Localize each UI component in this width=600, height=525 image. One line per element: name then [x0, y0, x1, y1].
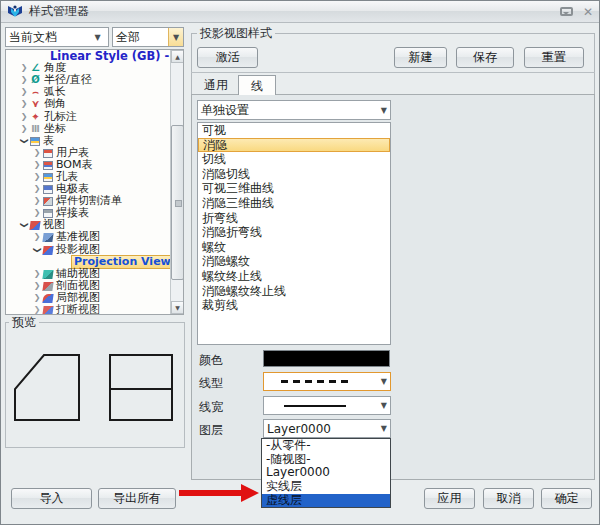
tree-item[interactable]: 弧长 — [6, 86, 170, 98]
tree-item[interactable]: 焊接表 — [6, 207, 170, 219]
layer-dropdown-item[interactable]: Layer0000 — [262, 466, 390, 480]
expand-chevron-icon[interactable] — [32, 183, 42, 195]
tab-line[interactable]: 线 — [238, 75, 276, 95]
line-list-item[interactable]: 可视三维曲线 — [198, 181, 390, 196]
layer-dropdown-item-label: -随视图- — [266, 452, 311, 466]
tree-item-icon — [57, 257, 68, 267]
tree-item[interactable]: Projection View Styl... — [6, 256, 170, 268]
tree-item[interactable]: 孔标注 — [6, 110, 170, 122]
tree-item-label: 孔标注 — [44, 111, 77, 123]
layer-dropdown-item[interactable]: 虚线层 — [262, 494, 390, 508]
linetype-combobox[interactable]: ▼ — [263, 372, 391, 391]
scroll-up-icon[interactable]: ▲ — [171, 50, 184, 63]
expand-chevron-icon[interactable] — [32, 231, 42, 243]
scrollbar-thumb[interactable] — [171, 125, 184, 280]
chevron-down-icon[interactable]: ▼ — [381, 424, 387, 433]
expand-chevron-icon[interactable] — [32, 244, 42, 256]
help-balloon-icon[interactable] — [560, 7, 573, 16]
tree-item-icon — [42, 270, 53, 279]
expand-chevron-icon[interactable] — [32, 268, 42, 280]
line-list-item[interactable]: 消隐 — [198, 138, 390, 153]
line-list-item[interactable]: 消隐折弯线 — [198, 225, 390, 240]
expand-chevron-icon[interactable] — [19, 86, 29, 98]
import-button[interactable]: 导入 — [11, 488, 92, 509]
expand-chevron-icon[interactable] — [19, 111, 29, 123]
line-list-item[interactable]: 螺纹 — [198, 240, 390, 255]
expand-chevron-icon[interactable] — [32, 147, 42, 159]
lineweight-combobox[interactable]: ▼ — [263, 396, 391, 415]
apply-button[interactable]: 应用 — [424, 488, 475, 509]
expand-chevron-icon[interactable] — [19, 62, 29, 74]
line-list-item[interactable]: 折弯线 — [198, 211, 390, 226]
color-swatch[interactable] — [263, 350, 390, 367]
ok-button[interactable]: 确定 — [541, 488, 592, 509]
chevron-down-icon[interactable]: ▼ — [168, 28, 183, 46]
line-list-item[interactable]: 裁剪线 — [198, 298, 390, 313]
expand-chevron-icon[interactable] — [19, 219, 29, 231]
close-icon[interactable]: ✕ — [583, 6, 593, 18]
tree-item[interactable]: 打断视图 — [6, 304, 170, 314]
expand-chevron-icon[interactable] — [32, 195, 42, 207]
cancel-button[interactable]: 取消 — [483, 488, 534, 509]
tree-item[interactable]: 倒角 — [6, 98, 170, 110]
layer-dropdown-item[interactable]: -随视图- — [262, 453, 390, 467]
save-button[interactable]: 保存 — [456, 47, 514, 68]
tree-item-icon — [30, 75, 41, 85]
activate-button[interactable]: 激活 — [197, 47, 258, 68]
tree-item-icon — [43, 149, 53, 158]
tree-item[interactable]: 半径/直径 — [6, 74, 170, 86]
chevron-down-icon[interactable]: ▼ — [381, 377, 387, 386]
expand-chevron-icon[interactable] — [32, 171, 42, 183]
line-list-item-label: 切线 — [202, 152, 226, 166]
tree-item-icon — [30, 99, 41, 109]
layer-value: Layer0000 — [267, 422, 331, 436]
expand-chevron-icon[interactable] — [19, 98, 29, 110]
reset-button[interactable]: 重置 — [524, 47, 584, 68]
line-list-item-label: 消隐折弯线 — [202, 225, 262, 239]
line-list-item[interactable]: 螺纹终止线 — [198, 269, 390, 284]
expand-chevron-icon[interactable] — [32, 304, 42, 314]
tab-general[interactable]: 通用 — [194, 77, 238, 94]
layer-dropdown-item[interactable]: -从零件- — [262, 439, 390, 453]
tree-item-icon — [30, 112, 41, 122]
title-bar[interactable]: 样式管理器 ✕ — [1, 1, 599, 23]
expand-chevron-icon[interactable] — [19, 74, 29, 86]
layer-combobox[interactable]: Layer0000 ▼ — [263, 419, 391, 438]
line-list-item[interactable]: 消隐螺纹终止线 — [198, 284, 390, 299]
expand-chevron-icon[interactable] — [32, 159, 42, 171]
scroll-down-icon[interactable]: ▼ — [171, 301, 184, 314]
export-all-button[interactable]: 导出所有 — [98, 488, 176, 509]
line-listbox: 可视 消隐 切线 消隐切线 可视三维曲线 消隐三维曲线 折弯线 消隐折弯线 螺纹… — [197, 122, 391, 345]
line-list-item[interactable]: 可视 — [198, 123, 390, 138]
expand-chevron-icon[interactable] — [19, 123, 29, 135]
layer-dropdown-item[interactable]: 实线层 — [262, 480, 390, 494]
line-list-item[interactable]: 切线 — [198, 152, 390, 167]
tree-item[interactable]: 表 — [6, 135, 170, 147]
mode-combobox[interactable]: 单独设置 ▼ — [197, 100, 391, 120]
tree-item[interactable]: 辅助视图 — [6, 268, 170, 280]
tree-item-icon — [30, 137, 40, 146]
expand-chevron-icon[interactable] — [32, 292, 42, 304]
document-filter-combobox[interactable]: 当前文档 ▼ — [5, 27, 109, 47]
expand-chevron-icon[interactable] — [32, 280, 42, 292]
chevron-down-icon[interactable]: ▼ — [90, 28, 105, 46]
tree-item-icon — [43, 173, 53, 182]
line-list-item-label: 可视 — [202, 123, 226, 137]
tree-header-row[interactable]: Linear Style (GB) - 激活 — [6, 50, 170, 62]
annotation-arrow-head-icon — [241, 484, 259, 502]
expand-chevron-icon[interactable] — [32, 207, 42, 219]
line-list-item[interactable]: 消隐三维曲线 — [198, 196, 390, 211]
chevron-down-icon[interactable]: ▼ — [381, 106, 387, 115]
line-list-item[interactable]: 消隐螺纹 — [198, 254, 390, 269]
new-button[interactable]: 新建 — [394, 47, 447, 68]
tree-item[interactable]: 坐标 — [6, 123, 170, 135]
expand-chevron-icon[interactable] — [19, 135, 29, 147]
line-list-item[interactable]: 消隐切线 — [198, 167, 390, 182]
tree-item-icon — [29, 221, 40, 230]
tree-item[interactable]: BOM表 — [6, 159, 170, 171]
tree-scrollbar[interactable]: ▲ ▼ — [170, 50, 183, 314]
tree-item[interactable]: 基准视图 — [6, 231, 170, 243]
type-filter-combobox[interactable]: 全部 ▼ — [112, 27, 184, 47]
color-label: 颜色 — [199, 352, 223, 369]
chevron-down-icon[interactable]: ▼ — [381, 401, 387, 410]
